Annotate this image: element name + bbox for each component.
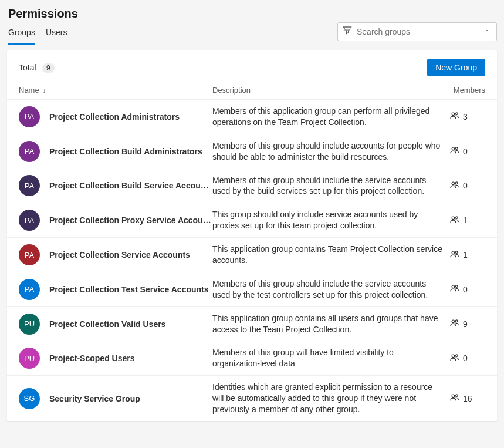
group-avatar: SG	[19, 388, 40, 409]
search-groups-input[interactable]	[352, 27, 482, 36]
group-name: Project Collection Build Administrators	[40, 147, 212, 156]
svg-point-14	[452, 355, 455, 358]
members-icon	[450, 319, 459, 329]
group-description: Members of this group will have limited …	[212, 347, 450, 369]
svg-point-16	[452, 395, 455, 398]
total-count-badge: 9	[42, 63, 55, 73]
svg-point-8	[452, 251, 455, 254]
members-icon	[450, 250, 459, 260]
tab-groups[interactable]: Groups	[8, 22, 35, 45]
group-description: Members of this group should include the…	[212, 278, 450, 301]
group-avatar: PA	[19, 175, 40, 196]
group-members: 1	[450, 215, 485, 225]
group-avatar: PU	[19, 314, 40, 335]
members-count: 1	[463, 250, 468, 260]
members-icon	[450, 353, 459, 363]
group-avatar: PA	[19, 210, 40, 231]
svg-point-3	[455, 147, 458, 150]
group-members: 3	[450, 112, 485, 122]
group-name: Project Collection Proxy Service Accou…	[40, 215, 212, 225]
svg-point-5	[455, 182, 458, 184]
sort-descending-icon: ↓	[43, 87, 46, 94]
members-count: 0	[463, 181, 468, 190]
group-row[interactable]: PUProject Collection Valid UsersThis app…	[7, 306, 497, 341]
group-avatar: PA	[19, 279, 40, 300]
table-header: Name ↓ Description Members	[7, 82, 497, 99]
members-count: 0	[463, 353, 468, 363]
svg-point-12	[452, 320, 455, 323]
members-count: 9	[463, 319, 468, 329]
column-description[interactable]: Description	[212, 86, 450, 95]
group-name: Project Collection Test Service Accounts	[40, 285, 212, 294]
members-count: 3	[463, 112, 468, 122]
svg-point-1	[455, 113, 458, 115]
total-label: Total	[19, 63, 36, 72]
group-row[interactable]: PAProject Collection Build Service Accou…	[7, 169, 497, 203]
filter-icon	[343, 26, 352, 38]
group-members: 9	[450, 319, 485, 329]
group-name: Project Collection Service Accounts	[40, 250, 212, 260]
group-name: Security Service Group	[40, 394, 212, 403]
group-description: Members of this group should include the…	[212, 175, 450, 197]
svg-point-6	[452, 217, 455, 220]
members-icon	[450, 146, 459, 156]
group-description: Members of this group should include acc…	[212, 140, 450, 163]
group-row[interactable]: PAProject Collection Proxy Service Accou…	[7, 203, 497, 237]
svg-point-7	[455, 217, 458, 219]
group-name: Project Collection Valid Users	[40, 319, 212, 329]
svg-point-15	[455, 355, 458, 357]
group-row[interactable]: PUProject-Scoped UsersMembers of this gr…	[7, 341, 497, 375]
svg-point-9	[455, 251, 458, 253]
svg-point-2	[452, 147, 455, 150]
search-groups-input-wrapper[interactable]	[337, 22, 497, 41]
svg-point-0	[452, 113, 455, 116]
new-group-button[interactable]: New Group	[427, 59, 485, 76]
members-count: 16	[463, 394, 472, 403]
tabs: Groups Users	[8, 22, 67, 45]
total-summary: Total 9	[19, 62, 55, 73]
page-title: Permissions	[8, 7, 496, 21]
column-name-label: Name	[19, 86, 39, 95]
column-members[interactable]: Members	[450, 86, 485, 95]
group-avatar: PU	[19, 348, 40, 369]
members-count: 1	[463, 215, 468, 225]
svg-point-10	[452, 285, 455, 288]
svg-point-13	[455, 320, 458, 322]
group-avatar: PA	[19, 141, 40, 162]
group-name: Project-Scoped Users	[40, 353, 212, 363]
svg-point-11	[455, 285, 458, 288]
members-icon	[450, 393, 459, 403]
group-avatar: PA	[19, 244, 40, 265]
group-avatar: PA	[19, 106, 40, 127]
members-icon	[450, 181, 459, 191]
groups-card: Total 9 New Group Name ↓ Description Mem…	[7, 50, 497, 421]
group-row[interactable]: SGSecurity Service GroupIdentities which…	[7, 375, 497, 421]
svg-point-4	[452, 182, 455, 185]
group-row[interactable]: PAProject Collection Build Administrator…	[7, 134, 497, 169]
group-description: Identities which are granted explicit pe…	[212, 382, 450, 415]
group-members: 0	[450, 284, 485, 294]
group-description: This application group contains Team Pro…	[212, 244, 450, 266]
group-row[interactable]: PAProject Collection Test Service Accoun…	[7, 272, 497, 306]
group-name: Project Collection Administrators	[40, 112, 212, 122]
groups-list: PAProject Collection AdministratorsMembe…	[7, 99, 497, 421]
column-name[interactable]: Name ↓	[19, 86, 212, 95]
members-icon	[450, 215, 459, 225]
group-row[interactable]: PAProject Collection Service AccountsThi…	[7, 237, 497, 272]
group-members: 0	[450, 146, 485, 156]
members-icon	[450, 112, 459, 122]
group-description: Members of this application group can pe…	[212, 106, 450, 128]
group-row[interactable]: PAProject Collection AdministratorsMembe…	[7, 99, 497, 134]
group-description: This group should only include service a…	[212, 209, 450, 231]
svg-point-17	[455, 395, 458, 397]
group-members: 16	[450, 393, 485, 403]
members-icon	[450, 284, 459, 294]
clear-search-icon[interactable]	[482, 26, 492, 38]
group-description: This application group contains all user…	[212, 313, 450, 335]
tab-users[interactable]: Users	[46, 22, 67, 45]
group-members: 1	[450, 250, 485, 260]
group-members: 0	[450, 353, 485, 363]
group-name: Project Collection Build Service Accou…	[40, 181, 212, 190]
group-members: 0	[450, 181, 485, 191]
members-count: 0	[463, 147, 468, 156]
